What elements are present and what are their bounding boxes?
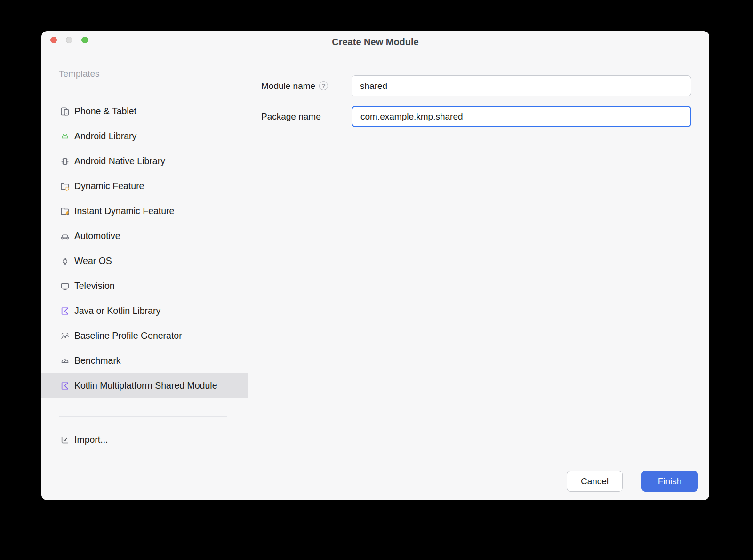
- close-button[interactable]: [50, 37, 57, 43]
- template-item-wear-os[interactable]: Wear OS: [41, 248, 248, 273]
- template-item-label: Android Native Library: [74, 156, 165, 167]
- folder-dynamic-icon: [60, 181, 70, 192]
- template-item-automotive[interactable]: Automotive: [41, 224, 248, 248]
- template-item-label: Android Library: [74, 131, 136, 142]
- chip-icon: [60, 156, 70, 167]
- module-name-label: Module name: [261, 81, 315, 91]
- car-icon: [60, 231, 70, 241]
- profile-chart-icon: [60, 331, 70, 341]
- template-item-kotlin-multiplatform-shared-module[interactable]: Kotlin Multiplatform Shared Module: [41, 373, 248, 398]
- phone-tablet-icon: [60, 106, 70, 117]
- import-label: Import...: [74, 434, 108, 445]
- window-title: Create New Module: [41, 31, 709, 53]
- template-item-label: Kotlin Multiplatform Shared Module: [74, 380, 217, 391]
- title-bar: Create New Module: [41, 31, 709, 52]
- tv-icon: [60, 281, 70, 291]
- package-name-label: Package name: [261, 112, 321, 122]
- dialog-footer: Cancel Finish: [41, 462, 709, 500]
- import-arrow-icon: [60, 435, 70, 445]
- template-item-dynamic-feature[interactable]: Dynamic Feature: [41, 174, 248, 199]
- package-name-row: Package name: [261, 106, 709, 127]
- template-item-label: Java or Kotlin Library: [74, 305, 160, 316]
- template-list: Phone & Tablet Android Library Android N…: [41, 99, 248, 398]
- template-item-android-native-library[interactable]: Android Native Library: [41, 149, 248, 174]
- android-head-icon: [60, 131, 70, 142]
- template-item-android-library[interactable]: Android Library: [41, 124, 248, 149]
- template-item-label: Dynamic Feature: [74, 181, 144, 192]
- template-item-instant-dynamic-feature[interactable]: Instant Dynamic Feature: [41, 199, 248, 224]
- template-item-label: Benchmark: [74, 355, 121, 366]
- help-icon[interactable]: ?: [319, 81, 328, 90]
- cancel-button[interactable]: Cancel: [567, 471, 623, 492]
- finish-button[interactable]: Finish: [641, 471, 698, 492]
- template-item-label: Automotive: [74, 231, 120, 241]
- template-item-label: Phone & Tablet: [74, 106, 136, 117]
- package-name-input[interactable]: [352, 106, 691, 127]
- gauge-icon: [60, 356, 70, 366]
- templates-sidebar: Templates Phone & Tablet Android Library: [41, 52, 248, 462]
- templates-header: Templates: [41, 68, 248, 80]
- template-item-label: Television: [74, 280, 115, 291]
- import-button[interactable]: Import...: [41, 427, 248, 452]
- kotlin-icon: [60, 306, 70, 316]
- module-name-input[interactable]: [352, 75, 691, 96]
- watch-icon: [60, 256, 70, 266]
- template-item-phone-tablet[interactable]: Phone & Tablet: [41, 99, 248, 124]
- minimize-button[interactable]: [66, 37, 72, 43]
- module-form: Module name ? Package name: [248, 52, 709, 462]
- template-item-label: Instant Dynamic Feature: [74, 206, 174, 216]
- template-item-label: Wear OS: [74, 256, 112, 266]
- create-new-module-dialog: Create New Module Templates Phone & Tabl…: [41, 31, 709, 500]
- template-item-television[interactable]: Television: [41, 273, 248, 298]
- module-name-row: Module name ?: [261, 75, 709, 96]
- sidebar-divider: [59, 416, 227, 417]
- zoom-button[interactable]: [81, 37, 88, 43]
- kotlin-icon: [60, 381, 70, 391]
- template-item-baseline-profile-generator[interactable]: Baseline Profile Generator: [41, 323, 248, 348]
- folder-lightning-icon: [60, 206, 70, 216]
- template-item-benchmark[interactable]: Benchmark: [41, 348, 248, 373]
- template-item-java-kotlin-library[interactable]: Java or Kotlin Library: [41, 298, 248, 323]
- template-item-label: Baseline Profile Generator: [74, 330, 182, 341]
